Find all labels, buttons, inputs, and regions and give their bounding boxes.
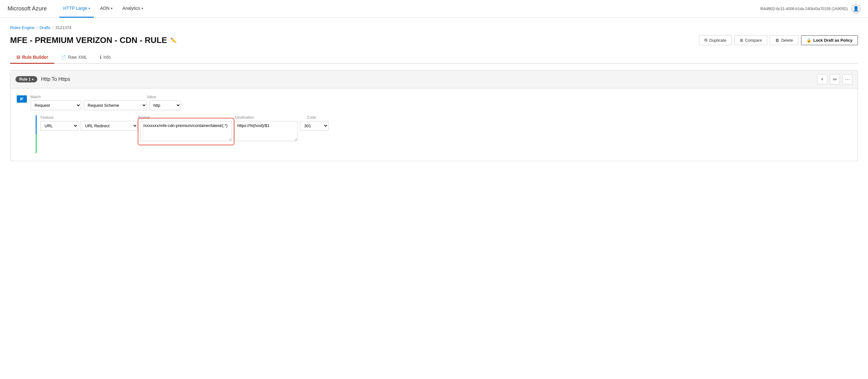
rule-badge: Rule 1 ▾ [16, 76, 37, 83]
edit-icon[interactable]: ✏️ [170, 37, 177, 43]
top-nav: Microsoft Azure HTTP Large ▾ ADN ▾ Analy… [0, 0, 868, 18]
source-label: Source [138, 115, 232, 120]
delete-label: Delete [781, 38, 793, 43]
rule-card: Rule 1 ▾ Http To Https + ✏ ⋯ IF Match Va… [10, 70, 858, 161]
duplicate-icon: ⧉ [704, 38, 707, 43]
source-input[interactable]: /xxxxxxx/mfe-cdn-premium/container/lates… [140, 121, 232, 141]
blue-border-line [36, 115, 37, 134]
duplicate-label: Duplicate [709, 38, 726, 43]
breadcrumb-drafts[interactable]: Drafts [39, 25, 51, 30]
chevron-down-icon: ▾ [88, 7, 90, 10]
user-avatar[interactable]: 👤 [851, 4, 861, 13]
nav-item-adn[interactable]: ADN ▾ [96, 0, 116, 18]
lock-draft-label: Lock Draft as Policy [813, 38, 852, 43]
duplicate-button[interactable]: ⧉ Duplicate [699, 35, 732, 45]
feature-labels: Feature Source Destination Code [40, 115, 851, 120]
tab-info-label: Info [103, 55, 111, 60]
breadcrumb-id: 3121374 [55, 25, 71, 30]
feature-section: Feature Source Destination Code URL URL … [36, 115, 851, 153]
compare-button[interactable]: ⊞ Compare [734, 35, 767, 45]
breadcrumb-sep-2: / [53, 25, 54, 30]
if-row: IF Match Value Request Request Scheme [17, 95, 851, 110]
match-label: Match [31, 95, 144, 99]
info-icon: ℹ [100, 55, 101, 60]
feature-row: URL URL Redirect /xxxxxxx/mfe-cdn-premiu… [40, 121, 851, 142]
tab-rule-builder-label: Rule Builder [22, 55, 48, 60]
tabs: ⊟ Rule Builder 📄 Raw XML ℹ Info [10, 52, 858, 64]
main-content: Rules Engine / Drafts / 3121374 MFE - PR… [0, 18, 868, 169]
destination-label: Destination [235, 115, 305, 120]
more-options-button[interactable]: ⋯ [842, 74, 852, 84]
tab-raw-xml-label: Raw XML [68, 55, 87, 60]
tab-raw-xml[interactable]: 📄 Raw XML [54, 52, 93, 64]
match-type-select[interactable]: Request [31, 100, 81, 110]
nav-item-http-large[interactable]: HTTP Large ▾ [59, 0, 94, 18]
nav-item-http-large-label: HTTP Large [63, 6, 87, 11]
nav-items: HTTP Large ▾ ADN ▾ Analytics ▾ [59, 0, 760, 18]
rule-body: IF Match Value Request Request Scheme [10, 88, 858, 161]
feature-name-select[interactable]: URL Redirect [81, 121, 138, 131]
nav-item-analytics[interactable]: Analytics ▾ [119, 0, 147, 18]
brand-logo: Microsoft Azure [7, 5, 47, 12]
value-label: Value [147, 95, 179, 99]
if-field-labels: Match Value [31, 95, 851, 99]
account-info: f64df802-6c31-4008-b1da-240b43a70159 (1A… [760, 4, 861, 13]
title-actions: ⧉ Duplicate ⊞ Compare 🗑 Delete 🔒 Lock Dr… [699, 35, 858, 45]
lock-draft-button[interactable]: 🔒 Lock Draft as Policy [801, 35, 858, 45]
feature-type-select[interactable]: URL [40, 121, 78, 131]
feature-label: Feature [40, 115, 135, 120]
nav-item-analytics-label: Analytics [123, 6, 140, 11]
value-select[interactable]: http [149, 100, 181, 110]
page-title: MFE - PREMIUM VERIZON - CDN - RULE [10, 35, 167, 45]
rule-badge-label: Rule 1 [19, 77, 31, 82]
lock-icon: 🔒 [806, 38, 811, 43]
code-select[interactable]: 301 [300, 121, 329, 131]
feature-content: Feature Source Destination Code URL URL … [40, 115, 851, 142]
source-wrapper: /xxxxxxx/mfe-cdn-premium/container/lates… [140, 121, 232, 142]
breadcrumb: Rules Engine / Drafts / 3121374 [10, 25, 858, 30]
table-icon: ⊟ [17, 55, 20, 60]
tab-info[interactable]: ℹ Info [93, 52, 117, 64]
rule-actions: + ✏ ⋯ [817, 74, 852, 84]
page-title-container: MFE - PREMIUM VERIZON - CDN - RULE ✏️ [10, 35, 177, 45]
left-border [36, 115, 37, 153]
rule-header: Rule 1 ▾ Http To Https + ✏ ⋯ [10, 70, 858, 88]
chevron-down-icon: ▾ [111, 7, 113, 10]
compare-icon: ⊞ [740, 38, 743, 43]
add-rule-button[interactable]: + [817, 74, 827, 84]
if-fields: Match Value Request Request Scheme http [31, 95, 851, 110]
match-field-select[interactable]: Request Scheme [84, 100, 147, 110]
edit-rule-button[interactable]: ✏ [830, 74, 840, 84]
nav-item-adn-label: ADN [100, 6, 110, 11]
if-selects: Request Request Scheme http [31, 100, 851, 110]
trash-icon: 🗑 [775, 38, 779, 43]
destination-input[interactable]: https://%{host}/$1 [235, 121, 298, 141]
delete-button[interactable]: 🗑 Delete [770, 35, 799, 45]
breadcrumb-sep-1: / [36, 25, 38, 30]
compare-label: Compare [745, 38, 762, 43]
green-border-line [36, 134, 37, 153]
if-badge: IF [17, 95, 27, 103]
breadcrumb-rules-engine[interactable]: Rules Engine [10, 25, 34, 30]
tab-rule-builder[interactable]: ⊟ Rule Builder [10, 52, 54, 64]
chevron-down-icon[interactable]: ▾ [32, 78, 33, 81]
code-icon: 📄 [61, 55, 66, 60]
chevron-down-icon: ▾ [142, 7, 143, 10]
rule-name: Http To Https [41, 76, 813, 82]
title-row: MFE - PREMIUM VERIZON - CDN - RULE ✏️ ⧉ … [10, 35, 858, 45]
account-id-text: f64df802-6c31-4008-b1da-240b43a70159 (1A… [760, 7, 848, 11]
code-label: Code [307, 115, 339, 120]
